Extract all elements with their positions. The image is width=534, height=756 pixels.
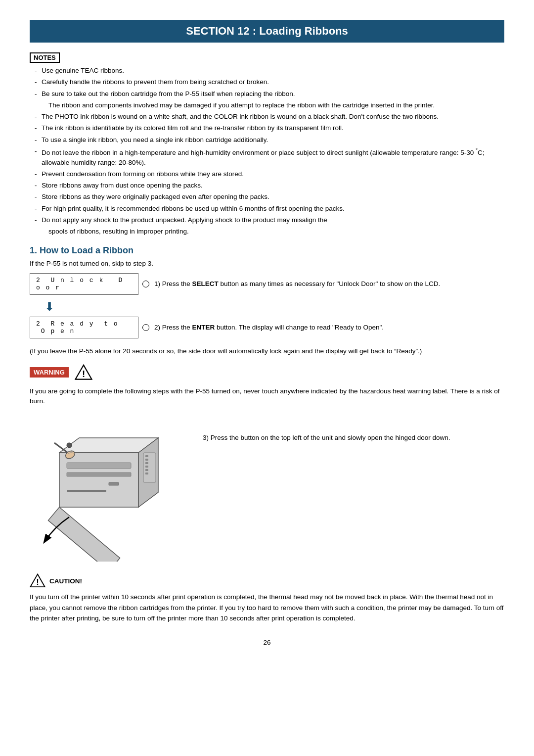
svg-rect-7 <box>109 482 119 485</box>
list-item: Do not leave the ribbon in a high-temper… <box>35 146 504 168</box>
svg-rect-9 <box>143 453 156 482</box>
caution-triangle-icon: ! <box>30 573 45 589</box>
section-title: 1. How to Load a Ribbon <box>30 245 504 256</box>
step-text-1: 1) Press the SELECT button as many times… <box>154 279 504 289</box>
list-item: Be sure to take out the ribbon cartridge… <box>35 89 504 99</box>
step-text-2: 2) Press the ENTER button. The display w… <box>154 323 504 332</box>
printer-illustration <box>30 413 188 563</box>
list-item: The PHOTO ink ribbon is wound on a white… <box>35 112 504 122</box>
lcd-display-1: 2 U n l o c k D o o r <box>30 273 138 295</box>
list-item: Use genuine TEAC ribbons. <box>35 66 504 76</box>
list-item: Store ribbons away from dust once openin… <box>35 181 504 190</box>
list-item: The ink ribbon is identifiable by its co… <box>35 123 504 133</box>
warning-text: If you are going to complete the followi… <box>30 386 504 407</box>
lcd-circle-2 <box>142 324 149 331</box>
svg-rect-5 <box>67 463 131 469</box>
warning-badge: WARNING <box>30 367 69 378</box>
notes-badge: NOTES <box>30 52 60 63</box>
lcd-display-2: 2 R e a d y t o O p e n <box>30 317 138 338</box>
notes-section: NOTES Use genuine TEAC ribbons. Carefull… <box>30 52 504 236</box>
arrow-down-icon: ⬇ <box>44 300 54 313</box>
warning-triangle-icon: ! <box>75 364 92 381</box>
list-item: The ribbon and components involved may b… <box>35 100 504 110</box>
image-step-row: 3) Press the button on the top left of t… <box>30 413 504 563</box>
list-item: spools of ribbons, resulting in improper… <box>35 227 504 236</box>
svg-rect-3 <box>59 453 138 507</box>
list-item: Prevent condensation from forming on rib… <box>35 169 504 179</box>
step3-text: 3) Press the button on the top left of t… <box>203 413 450 443</box>
section-1: 1. How to Load a Ribbon If the P-55 is n… <box>30 245 504 624</box>
lcd-circle-1 <box>142 281 149 287</box>
caution-row: ! CAUTION! <box>30 573 504 589</box>
svg-rect-8 <box>67 490 106 492</box>
lcd-steps: 2 U n l o c k D o o r 1) Press the SELEC… <box>30 273 504 338</box>
notes-list: Use genuine TEAC ribbons. Carefully hand… <box>30 66 504 236</box>
svg-text:!: ! <box>36 577 39 587</box>
list-item: For high print quality, it is recommende… <box>35 204 504 214</box>
warning-row: WARNING ! <box>30 364 504 381</box>
list-item: Store ribbons as they were originally pa… <box>35 192 504 202</box>
list-item: To use a single ink ribbon, you need a s… <box>35 135 504 145</box>
svg-rect-13 <box>145 466 148 468</box>
svg-rect-17 <box>48 507 120 562</box>
svg-rect-12 <box>145 462 148 464</box>
page-number: 26 <box>30 639 504 646</box>
svg-text:!: ! <box>82 369 85 379</box>
svg-rect-15 <box>145 472 148 474</box>
caution-text: If you turn off the printer within 10 se… <box>30 592 504 624</box>
svg-point-16 <box>67 443 72 448</box>
lcd-row-1: 2 U n l o c k D o o r 1) Press the SELEC… <box>30 273 504 295</box>
caution-label: CAUTION! <box>49 577 82 585</box>
svg-rect-10 <box>145 455 148 457</box>
step-intro: If the P-55 is not turned on, skip to st… <box>30 260 504 267</box>
svg-rect-11 <box>145 459 148 461</box>
list-item: Carefully handle the ribbons to prevent … <box>35 77 504 87</box>
lcd-row-2: 2 R e a d y t o O p e n 2) Press the ENT… <box>30 317 504 338</box>
svg-rect-6 <box>67 472 131 476</box>
parenthetical-note: (If you leave the P-55 alone for 20 seco… <box>30 346 504 356</box>
svg-rect-14 <box>145 469 148 471</box>
list-item: Do not apply any shock to the product un… <box>35 215 504 225</box>
section-header: SECTION 12 : Loading Ribbons <box>30 20 504 43</box>
